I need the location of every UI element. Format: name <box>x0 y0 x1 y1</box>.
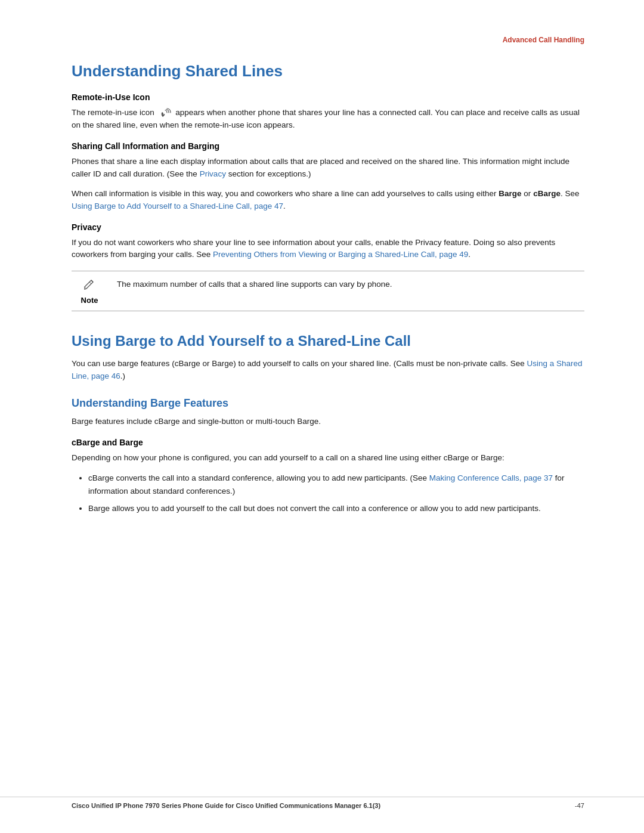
bullet-barge: Barge allows you to add yourself to the … <box>88 502 584 515</box>
remote-in-use-icon <box>159 107 172 118</box>
privacy-link[interactable]: Privacy <box>200 169 226 178</box>
footer-left-text: Cisco Unified IP Phone 7970 Series Phone… <box>72 802 380 809</box>
barge-link[interactable]: Using Barge to Add Yourself to a Shared-… <box>72 202 283 210</box>
pencil-icon <box>83 277 96 293</box>
cbarge-barge-heading: cBarge and Barge <box>72 438 584 447</box>
cbarge-barge-paragraph: Depending on how your phone is configure… <box>72 452 584 465</box>
footer-page-number: -47 <box>575 802 584 809</box>
page-header: Advanced Call Handling <box>72 36 584 44</box>
note-label: Note <box>81 296 98 305</box>
subsection-sharing-heading: Sharing Call Information and Barging <box>72 141 584 151</box>
section2-intro: You can use barge features (cBarge or Ba… <box>72 358 584 383</box>
page-container: Advanced Call Handling Understanding Sha… <box>0 0 644 833</box>
privacy-paragraph: If you do not want coworkers who share y… <box>72 237 584 262</box>
page-footer: Cisco Unified IP Phone 7970 Series Phone… <box>0 797 644 809</box>
sharing-paragraph-1: Phones that share a line each display in… <box>72 156 584 181</box>
barge-features-title: Understanding Barge Features <box>72 397 584 410</box>
conference-link[interactable]: Making Conference Calls, page 37 <box>429 473 553 482</box>
barge-features-intro: Barge features include cBarge and single… <box>72 416 584 428</box>
section1-title: Understanding Shared Lines <box>72 62 584 80</box>
chapter-title: Advanced Call Handling <box>503 36 584 44</box>
bullet-cbarge: cBarge converts the call into a standard… <box>88 472 584 497</box>
note-block: Note The maximum number of calls that a … <box>72 271 584 311</box>
preventing-link[interactable]: Preventing Others from Viewing or Bargin… <box>213 250 468 259</box>
sharing-paragraph-2: When call information is visible in this… <box>72 188 584 213</box>
barge-bullet-list: cBarge converts the call into a standard… <box>88 472 584 515</box>
footer-left: Cisco Unified IP Phone 7970 Series Phone… <box>72 802 380 809</box>
barge-bold: Barge <box>499 189 521 198</box>
note-text: The maximum number of calls that a share… <box>117 277 392 291</box>
cbarge-bold: cBarge <box>533 189 561 198</box>
remote-icon-paragraph: The remote-in-use icon appears when anot… <box>72 107 584 132</box>
shared-line-link[interactable]: Using a Shared Line, page 46 <box>72 359 582 380</box>
note-icon-area: Note <box>72 277 107 305</box>
subsection-privacy-heading: Privacy <box>72 222 584 232</box>
section2-title: Using Barge to Add Yourself to a Shared-… <box>72 333 584 349</box>
subsection-remote-heading: Remote-in-Use Icon <box>72 92 584 102</box>
svg-line-0 <box>89 282 91 284</box>
